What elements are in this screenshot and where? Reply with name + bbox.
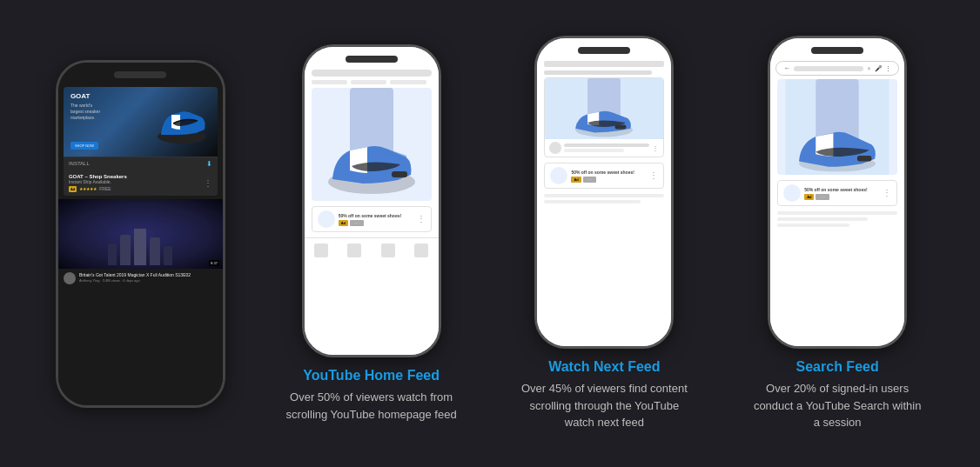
bottom-nav-wf: [305, 237, 439, 263]
ad-badge-wf4: Ad: [804, 194, 814, 200]
free-label: FREE: [99, 186, 111, 191]
channel-icon-wf4: [783, 184, 801, 202]
more-dots-wf[interactable]: ⋮: [652, 144, 659, 152]
phone-watch-next: ⋮ 50% off on some sweet shoes! Ad ·····: [534, 36, 674, 349]
phone-home-feed: 50% off on some sweet shoes! Ad ····· ⋮: [302, 44, 441, 357]
content-line3-search-wf: [777, 223, 849, 227]
back-arrow-icon[interactable]: ←: [783, 64, 790, 72]
library-nav-icon[interactable]: [414, 244, 428, 257]
phone-search-feed: ← ✕ 🎤 ⋮: [768, 36, 907, 349]
tab-wf: [312, 80, 347, 84]
avatar-wf: [549, 142, 561, 154]
svg-rect-7: [615, 125, 627, 130]
video-thumb-wf: [545, 78, 663, 139]
phone4-column: ← ✕ 🎤 ⋮: [750, 36, 924, 431]
more-options-wf[interactable]: ⋮: [417, 215, 426, 223]
phone3-column: ⋮ 50% off on some sweet shoes! Ad ·····: [517, 36, 691, 431]
phone3-feed-title: Watch Next Feed: [548, 359, 660, 375]
main-container: GOAT The world'slargest sneakermarketpla…: [0, 0, 980, 467]
download-icon: ⬇: [206, 160, 212, 168]
top-bar-wf: [312, 70, 432, 77]
title-line-wf: [564, 143, 649, 147]
meta-line-wf: [564, 149, 624, 152]
grey-badge-wf4: ·····: [816, 194, 829, 200]
search-bar-wf[interactable]: ← ✕ 🎤 ⋮: [775, 61, 899, 76]
install-label: INSTALL: [69, 161, 90, 166]
install-bar: INSTALL ⬇: [64, 157, 218, 170]
title-bar-wf: [544, 70, 651, 75]
shoe-illustration: [312, 88, 432, 201]
phone4-feed-description: Over 20% of signed-in users conduct a Yo…: [750, 380, 924, 431]
ad-text-wf4: 50% off on some sweet shoes!: [804, 187, 879, 192]
content-line1-wf: [544, 194, 664, 197]
search-input-wf[interactable]: [794, 66, 863, 71]
rating-stars: ★★★★★: [79, 186, 97, 191]
phone2-column: 50% off on some sweet shoes! Ad ····· ⋮: [285, 44, 459, 423]
more-options-wf4[interactable]: ⋮: [883, 189, 891, 197]
phone4-feed-title: Search Feed: [796, 359, 879, 375]
home-nav-icon[interactable]: [314, 244, 328, 257]
ad-tagline: The world'slargest sneakermarketplace.: [70, 103, 100, 121]
svg-rect-11: [857, 156, 872, 161]
ad-info: GOAT – Shop Sneakers Instant Ship Availa…: [64, 170, 218, 196]
ad-text-wf: 50% off on some sweet shoes!: [339, 213, 413, 218]
svg-rect-3: [392, 171, 407, 177]
phone2-feed-description: Over 50% of viewers watch from scrolling…: [285, 389, 459, 423]
ad-subtitle: Instant Ship Available.: [69, 179, 127, 184]
video-thumbnail[interactable]: 8:37: [58, 199, 223, 269]
channel-avatar: [64, 272, 76, 284]
grey-badge-wf3: ·····: [583, 177, 597, 183]
channel-icon-wf: [318, 210, 335, 228]
video-duration: 8:37: [209, 260, 219, 266]
ad-title: GOAT – Shop Sneakers: [69, 174, 127, 179]
video-thumb-shoe: [545, 78, 663, 139]
video-card-wf: ⋮: [544, 77, 664, 157]
ad-card-wf4: 50% off on some sweet shoes! Ad ····· ⋮: [777, 180, 897, 206]
tab-wf: [390, 80, 426, 84]
ad-badge: Ad: [69, 186, 77, 192]
channel-icon-wf3: [550, 167, 567, 184]
video-meta: Anthony Ying · 3.4M views · 4 days ago: [79, 278, 218, 283]
shoe-area-wf: [312, 88, 432, 201]
tab-wf: [351, 80, 386, 84]
ad-badge-wf: Ad: [339, 220, 348, 226]
subs-nav-icon[interactable]: [381, 244, 395, 257]
more-options-wf3[interactable]: ⋮: [649, 171, 658, 180]
shoe-area-search-wf: [777, 79, 897, 175]
shop-button[interactable]: SHOP NOW: [70, 142, 98, 150]
ad-card-wf: 50% off on some sweet shoes! Ad ····· ⋮: [312, 206, 432, 232]
more-options-icon[interactable]: ⋮: [204, 178, 212, 188]
top-bar-wf2: [544, 61, 664, 67]
more-icon[interactable]: ⋮: [885, 65, 891, 72]
phone2-feed-title: YouTube Home Feed: [303, 368, 440, 384]
ad-brand: GOAT: [70, 92, 91, 100]
content-line2-search-wf: [777, 217, 868, 221]
explore-nav-icon[interactable]: [347, 244, 361, 257]
ad-badge-wf3: Ad: [571, 177, 581, 183]
ad-card: GOAT The world'slargest sneakermarketpla…: [64, 87, 218, 196]
phone-youtube-app: GOAT The world'slargest sneakermarketpla…: [56, 60, 225, 408]
video-title: Britain's Got Talent 2019 Magician X Ful…: [79, 272, 218, 278]
grey-badge-wf: ·····: [350, 220, 364, 226]
mic-icon[interactable]: 🎤: [875, 65, 883, 72]
ad-text-wf3: 50% off on some sweet shoes!: [571, 170, 646, 175]
ad-card-wf3: 50% off on some sweet shoes! Ad ····· ⋮: [544, 163, 664, 189]
phone3-feed-description: Over 45% of viewers find content scrolli…: [517, 380, 691, 431]
content-line2-wf: [544, 200, 640, 203]
content-line1-search-wf: [777, 211, 897, 215]
sneaker-icon: [154, 93, 211, 150]
video-info-row-wf: ⋮: [545, 139, 663, 157]
shoe-illustration-search: [777, 79, 897, 175]
clear-search-icon[interactable]: ✕: [867, 65, 871, 71]
video-info: Britain's Got Talent 2019 Magician X Ful…: [58, 269, 223, 288]
